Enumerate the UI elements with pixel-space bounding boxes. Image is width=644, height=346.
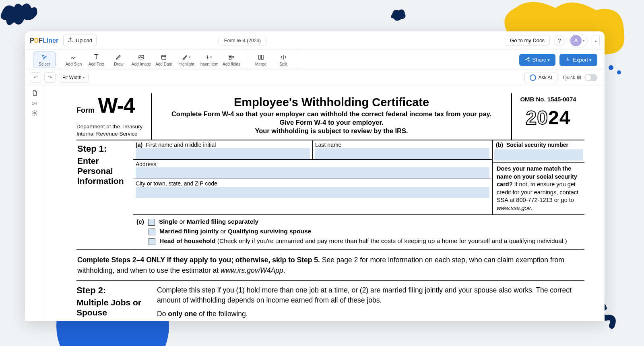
upload-button[interactable]: Upload	[63, 35, 97, 46]
step1-label: Step 1: Enter Personal Information	[76, 140, 133, 249]
tool-add-date-label: Add Date	[155, 62, 172, 66]
sub-toolbar: ↶ ↷ Fit Width ▾ Ask AI Quick fill	[25, 70, 605, 85]
avatar: A	[570, 35, 582, 46]
account-menu[interactable]: A ▾	[569, 34, 588, 47]
form-header-center: Employee's Withholding Certificate Compl…	[151, 93, 512, 140]
svg-rect-8	[258, 55, 260, 60]
text-icon: T	[94, 53, 98, 61]
tool-highlight[interactable]: ▾ Highlight	[175, 51, 198, 68]
left-rail: 1/4	[25, 85, 44, 321]
settings-button[interactable]	[29, 109, 41, 118]
share-button[interactable]: Share	[519, 54, 556, 66]
zoom-value: Fit Width	[62, 75, 81, 80]
fields-icon	[228, 53, 235, 61]
share-label: Share	[533, 57, 550, 63]
app-window: PDFLiner Upload Form W-4 (2024) Go to my…	[25, 31, 605, 321]
first-name-input[interactable]	[136, 148, 310, 159]
ask-ai-label: Ask AI	[539, 75, 552, 80]
svg-point-2	[617, 70, 621, 74]
decor-dots	[608, 64, 624, 82]
decor-splat-top-left	[0, 0, 48, 36]
download-icon	[565, 57, 570, 63]
svg-rect-9	[261, 55, 263, 60]
filing-option-3: Head of household (Check only if you're …	[159, 237, 567, 245]
tool-split-label: Split	[279, 62, 287, 66]
step2-number: Step 2:	[76, 285, 157, 296]
svg-rect-6	[229, 58, 231, 59]
export-button[interactable]: Export	[559, 54, 597, 66]
ask-ai-button[interactable]: Ask AI	[524, 72, 557, 83]
tool-draw[interactable]: Draw	[107, 51, 130, 68]
city-input[interactable]	[136, 187, 489, 198]
page-icon	[31, 89, 38, 98]
tool-insert-item-label: Insert item	[200, 62, 219, 66]
undo-button[interactable]: ↶	[30, 72, 41, 83]
page-indicator: 1/4	[32, 101, 37, 105]
checkbox-single[interactable]	[148, 219, 155, 226]
step2-label: Step 2: Multiple Jobs or Spouse	[76, 285, 157, 319]
form-label: Form	[76, 106, 95, 114]
upload-label: Upload	[76, 37, 92, 43]
omb-number: OMB No. 1545-0074	[515, 96, 581, 103]
help-button[interactable]: ?	[554, 35, 565, 46]
address-input[interactable]	[136, 167, 489, 179]
label-b: (b)	[496, 142, 503, 148]
form-subtitle-2: Give Form W-4 to your employer.	[156, 119, 507, 126]
tool-add-sign[interactable]: Add Sign	[62, 51, 85, 68]
form-subtitle-3: Your withholding is subject to review by…	[156, 127, 507, 135]
form-code: W-4	[98, 95, 134, 116]
signature-icon	[70, 53, 77, 61]
first-name-label: First name and middle initial	[146, 142, 216, 148]
step2-body-text: Complete this step if you (1) hold more …	[157, 285, 584, 305]
year-prefix: 20	[526, 107, 548, 128]
app-logo: PDFLiner	[30, 37, 58, 44]
ai-icon	[530, 74, 536, 81]
tool-merge[interactable]: Merge	[250, 51, 272, 68]
chevron-down-icon: ▾	[583, 39, 585, 43]
go-to-docs-button[interactable]: Go to my Docs	[505, 35, 550, 46]
svg-rect-7	[232, 56, 234, 58]
step2-name: Multiple Jobs or Spouse	[76, 297, 157, 317]
zoom-selector[interactable]: Fit Width ▾	[59, 73, 89, 82]
tool-add-text[interactable]: T Add Text	[85, 51, 107, 68]
redo-icon: ↷	[48, 74, 52, 80]
svg-point-13	[34, 112, 35, 114]
label-c: (c)	[136, 218, 144, 225]
form-header-left: Form W-4 Department of the Treasury Inte…	[76, 93, 151, 140]
form-w4-page: Form W-4 Department of the Treasury Inte…	[44, 85, 605, 321]
dept-line-2: Internal Revenue Service	[76, 130, 149, 138]
quick-fill-toggle[interactable]	[584, 74, 597, 81]
checkbox-head-household[interactable]	[149, 238, 155, 245]
window-more-button[interactable]: ▴	[592, 35, 600, 46]
top-bar: PDFLiner Upload Form W-4 (2024) Go to my…	[25, 31, 605, 50]
tool-select[interactable]: Select	[33, 51, 56, 68]
ssn-note-url: www.ssa.gov	[497, 205, 531, 211]
ssn-note: Does your name match the name on your so…	[493, 162, 584, 214]
document-title-chip[interactable]: Form W-4 (2024)	[218, 36, 267, 45]
main-toolbar: Select Add Sign T Add Text Draw Add Imag…	[25, 50, 605, 70]
quick-fill-label: Quick fill	[563, 75, 581, 80]
tool-add-date[interactable]: Add Date	[153, 51, 175, 68]
tool-select-label: Select	[39, 62, 50, 66]
last-name-label: Last name	[315, 142, 489, 148]
tool-merge-label: Merge	[255, 62, 266, 66]
share-icon	[525, 57, 530, 63]
last-name-input[interactable]	[315, 148, 489, 159]
tool-split[interactable]: Split	[272, 51, 295, 68]
svg-point-1	[609, 65, 613, 70]
checkbox-married-jointly[interactable]	[149, 229, 155, 235]
document-scroll[interactable]: Form W-4 Department of the Treasury Inte…	[44, 85, 605, 321]
image-icon	[138, 53, 144, 61]
merge-icon	[258, 53, 264, 61]
label-a: (a)	[136, 142, 142, 148]
tool-add-image[interactable]: Add Image	[130, 51, 153, 68]
pages-panel-button[interactable]	[29, 89, 41, 98]
tool-add-fields[interactable]: Add fields	[220, 51, 243, 68]
cursor-icon	[41, 53, 47, 61]
ssn-input[interactable]	[494, 149, 583, 161]
form-subtitle-1: Complete Form W-4 so that your employer …	[156, 110, 507, 118]
redo-button[interactable]: ↷	[44, 72, 56, 83]
tool-draw-label: Draw	[114, 62, 123, 66]
tool-insert-item[interactable]: +▾ Insert item	[198, 51, 220, 68]
highlighter-icon: ▾	[182, 53, 191, 61]
